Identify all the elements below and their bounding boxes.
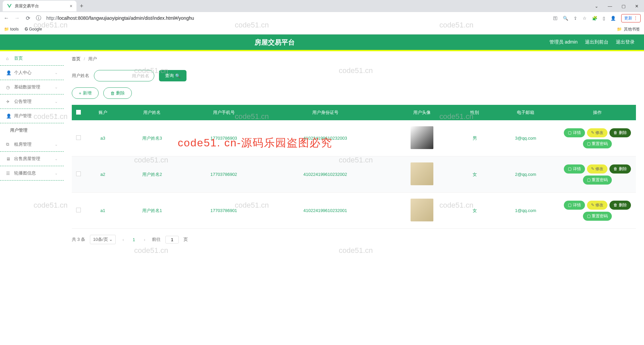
chevron-down-icon: ⌄ <box>55 157 58 161</box>
key-icon[interactable]: ⚿ <box>553 16 557 21</box>
sidebar-item-notice[interactable]: ✈公告管理⌄ <box>0 94 64 109</box>
sidebar-item-user[interactable]: 👤用户管理⌃ <box>0 109 64 123</box>
query-button[interactable]: 查询 🔍 <box>159 70 186 81</box>
reset-pwd-button[interactable]: ▢ 重置密码 <box>583 212 612 221</box>
cell-phone: 17703786902 <box>184 156 264 193</box>
table-row: a1 用户姓名1 17703786901 410224199610232001 … <box>72 193 636 229</box>
search-input[interactable] <box>94 70 154 81</box>
row-checkbox[interactable] <box>76 171 81 176</box>
page-current[interactable]: 1 <box>131 237 137 242</box>
edit-button[interactable]: ✎ 修改 <box>587 164 607 174</box>
delete-row-button[interactable]: 🗑 删除 <box>609 201 631 210</box>
avatar <box>411 199 433 221</box>
col-name: 用户姓名 <box>120 105 183 120</box>
detail-button[interactable]: ▢ 详情 <box>564 164 585 174</box>
update-button[interactable]: 更新⋮ <box>621 14 641 22</box>
chevron-down-icon: ⌄ <box>55 85 58 89</box>
vue-favicon-icon <box>7 3 12 9</box>
bookmark-other[interactable]: 📁 其他书签 <box>617 26 640 32</box>
page-size-select[interactable]: 10条/页 ⌄ <box>90 235 116 244</box>
add-button[interactable]: + 新增 <box>72 87 99 99</box>
user-icon: 👤 <box>6 114 11 119</box>
delete-row-button[interactable]: 🗑 删除 <box>609 164 631 174</box>
sidebar-item-carousel[interactable]: ☰轮播图信息⌄ <box>0 166 64 181</box>
row-checkbox[interactable] <box>76 208 81 212</box>
bookmark-tools[interactable]: 📁 tools <box>4 27 19 31</box>
col-ops: 操作 <box>559 105 636 120</box>
zoom-icon[interactable]: 🔍 <box>563 16 568 21</box>
select-all-checkbox[interactable] <box>76 110 81 115</box>
reset-pwd-button[interactable]: ▢ 重置密码 <box>583 139 612 148</box>
addr-right: ⚿ 🔍 ⇪ ☆ 🧩 ▯ 👤 更新⋮ <box>553 14 641 22</box>
admin-label[interactable]: 管理员 admin <box>549 39 578 45</box>
pagination: 共 3 条 10条/页 ⌄ ‹ 1 › 前往 页 <box>72 235 636 244</box>
panel-icon[interactable]: ▯ <box>603 16 605 21</box>
cell-gender: 女 <box>457 193 492 229</box>
sidebar-item-rent[interactable]: ⧉租房管理⌄ <box>0 137 64 152</box>
sidebar-subitem-user[interactable]: 用户管理 <box>0 123 64 137</box>
detail-button[interactable]: ▢ 详情 <box>564 128 585 137</box>
sidebar-item-basedata[interactable]: ◷基础数据管理⌄ <box>0 80 64 94</box>
chevron-down-icon: ⌄ <box>55 171 58 176</box>
new-tab-button[interactable]: + <box>76 3 87 10</box>
delete-row-button[interactable]: 🗑 删除 <box>609 128 631 137</box>
col-email: 电子邮箱 <box>492 105 559 120</box>
address-bar: ← → ⟳ ⓘ http://localhost:8080/fangwujiao… <box>0 12 644 24</box>
breadcrumb-home[interactable]: 首页 <box>72 56 80 61</box>
browser-tab[interactable]: 房屋交易平台 × <box>3 1 76 11</box>
avatar <box>411 162 433 185</box>
to-front-link[interactable]: 退出到前台 <box>585 39 608 45</box>
reload-icon[interactable]: ⟳ <box>25 15 31 21</box>
sidebar-item-sale[interactable]: 🖥出售房屋管理⌄ <box>0 152 64 166</box>
sidebar: ⌂首页 👤个人中心⌄ ◷基础数据管理⌄ ✈公告管理⌄ 👤用户管理⌃ 用户管理 ⧉… <box>0 51 64 344</box>
cell-name: 用户姓名1 <box>120 193 183 229</box>
trash-icon: 🗑 <box>110 91 115 96</box>
breadcrumb: 首页 / 用户 <box>72 56 636 62</box>
tab-title: 房屋交易平台 <box>15 3 39 9</box>
detail-button[interactable]: ▢ 详情 <box>564 201 585 210</box>
row-checkbox[interactable] <box>76 135 81 140</box>
sidebar-item-label: 轮播图信息 <box>14 170 36 176</box>
url-text[interactable]: http://localhost:8080/fangwujiaoyipingta… <box>46 15 548 21</box>
goto-input[interactable] <box>165 236 179 244</box>
logout-link[interactable]: 退出登录 <box>616 39 635 45</box>
window-controls: ⌄ — ▢ ✕ <box>595 4 644 9</box>
back-icon[interactable]: ← <box>3 15 9 21</box>
chevron-down-icon: ⌄ <box>55 99 58 104</box>
table-row: a2 用户姓名2 17703786902 410224199610232002 … <box>72 156 636 193</box>
info-icon[interactable]: ⓘ <box>36 15 42 22</box>
page-prev[interactable]: ‹ <box>120 237 126 242</box>
user-table: 账户 用户姓名 用户手机号 用户身份证号 用户头像 性别 电子邮箱 操作 a3 … <box>72 105 636 229</box>
row-ops: ▢ 详情 ✎ 修改 🗑 删除 ▢ 重置密码 <box>561 201 633 221</box>
search-label: 用户姓名 <box>72 73 89 79</box>
share-icon[interactable]: ⇪ <box>574 16 577 21</box>
profile-icon[interactable]: 👤 <box>610 16 616 21</box>
maximize-icon[interactable]: ▢ <box>622 4 626 9</box>
minimize-icon[interactable]: — <box>608 4 612 9</box>
close-window-icon[interactable]: ✕ <box>635 4 639 9</box>
reset-pwd-button[interactable]: ▢ 重置密码 <box>583 176 612 185</box>
edit-button[interactable]: ✎ 修改 <box>587 128 607 137</box>
delete-button[interactable]: 🗑 删除 <box>103 87 132 99</box>
app-header: 房屋交易平台 管理员 admin 退出到前台 退出登录 <box>0 34 644 51</box>
cell-phone: 17703786901 <box>184 193 264 229</box>
star-icon[interactable]: ☆ <box>583 16 587 21</box>
puzzle-icon[interactable]: 🧩 <box>592 16 597 21</box>
page-next[interactable]: › <box>142 237 147 242</box>
bookmark-google[interactable]: G Google <box>25 27 42 31</box>
breadcrumb-sep: / <box>84 56 85 61</box>
sidebar-item-home[interactable]: ⌂首页 <box>0 51 64 66</box>
edit-button[interactable]: ✎ 修改 <box>587 201 607 210</box>
forward-icon[interactable]: → <box>14 15 20 21</box>
monitor-icon: 🖥 <box>6 156 11 161</box>
col-gender: 性别 <box>457 105 492 120</box>
layout: ⌂首页 👤个人中心⌄ ◷基础数据管理⌄ ✈公告管理⌄ 👤用户管理⌃ 用户管理 ⧉… <box>0 51 644 344</box>
row-ops: ▢ 详情 ✎ 修改 🗑 删除 ▢ 重置密码 <box>561 128 633 148</box>
cell-phone: 17703786903 <box>184 120 264 156</box>
user-icon: 👤 <box>6 70 11 75</box>
sidebar-item-personal[interactable]: 👤个人中心⌄ <box>0 66 64 80</box>
sidebar-item-label: 个人中心 <box>14 70 32 76</box>
expand-icon[interactable]: ⌄ <box>595 4 598 9</box>
main-content: 首页 / 用户 用户姓名 查询 🔍 + 新增 🗑 删除 账户 用户姓名 用户手机… <box>64 51 644 344</box>
close-icon[interactable]: × <box>70 3 72 9</box>
